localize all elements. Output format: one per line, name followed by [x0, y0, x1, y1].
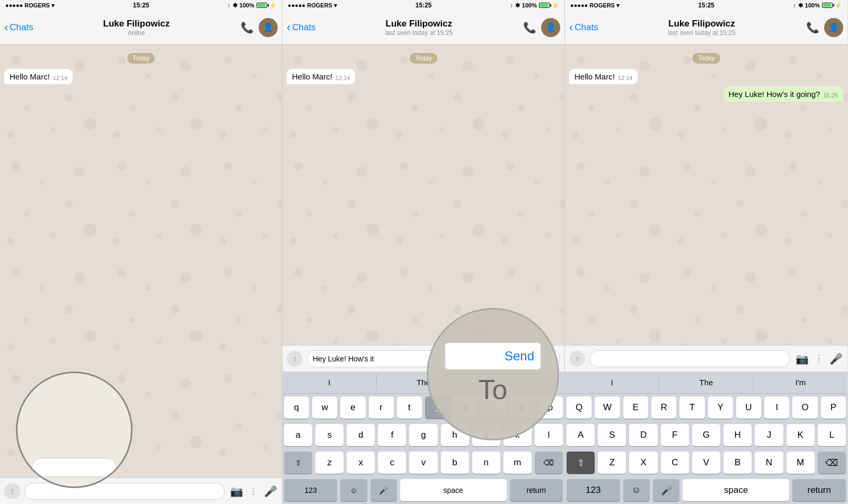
- kb-A-3[interactable]: A: [567, 424, 595, 446]
- kb-T-3[interactable]: T: [679, 396, 704, 419]
- kb-row-4-3: 123 ☺ 🎤 space return: [565, 476, 847, 504]
- kb-suggestion-I-2[interactable]: I: [282, 374, 377, 391]
- inner-input-circle[interactable]: [32, 458, 117, 477]
- back-arrow-icon-3: ‹: [569, 22, 573, 33]
- input-bar-1: ↑ 📷 ⋮ 🎤: [0, 478, 282, 504]
- back-btn-1[interactable]: ‹ Chats: [4, 22, 33, 33]
- kb-r-2[interactable]: r: [369, 396, 394, 419]
- kb-shift-3[interactable]: ⇧: [567, 452, 595, 474]
- battery-1: [257, 3, 267, 8]
- kb-mic-2[interactable]: 🎤: [370, 479, 397, 501]
- kb-E-3[interactable]: E: [623, 396, 648, 419]
- kb-q-2[interactable]: q: [284, 396, 309, 419]
- kb-G-3[interactable]: G: [692, 424, 720, 446]
- status-bar-1: ●●●●● ROGERS ▾ 15:25 ↑ ✱ 100% ⚡: [0, 0, 282, 11]
- kb-C-3[interactable]: C: [661, 452, 689, 474]
- kb-b-2[interactable]: b: [441, 452, 469, 474]
- kb-J-3[interactable]: J: [755, 424, 783, 446]
- input-bar-3: ↑ 📷 ⋮ 🎤: [565, 345, 847, 372]
- kb-suggestion-Im-3[interactable]: I'm: [754, 374, 847, 391]
- kb-U-3[interactable]: U: [736, 396, 761, 419]
- kb-123-3[interactable]: 123: [567, 479, 620, 501]
- date-badge-3: Today: [569, 53, 843, 64]
- camera-icon-3[interactable]: 📷: [794, 352, 809, 365]
- bubble-text-1: Hello Marc!: [10, 72, 50, 81]
- send-label-2[interactable]: Send: [505, 349, 534, 364]
- kb-suggestion-I-3[interactable]: I: [565, 374, 659, 391]
- kb-Q-3[interactable]: Q: [567, 396, 591, 419]
- message-input-3[interactable]: [589, 350, 790, 367]
- kb-d-2[interactable]: d: [347, 424, 375, 446]
- back-btn-3[interactable]: ‹ Chats: [569, 22, 598, 33]
- kb-m-2[interactable]: m: [504, 452, 532, 474]
- kb-W-3[interactable]: W: [595, 396, 620, 419]
- kb-M-3[interactable]: M: [787, 452, 815, 474]
- kb-shift-2[interactable]: ⇧: [284, 452, 312, 474]
- camera-icon-1[interactable]: 📷: [229, 485, 244, 498]
- avatar-1[interactable]: 👤: [259, 18, 278, 37]
- back-btn-2[interactable]: ‹ Chats: [287, 22, 316, 33]
- contact-name-2: Luke Filipowicz: [386, 19, 453, 29]
- avatar-3[interactable]: 👤: [824, 18, 843, 37]
- kb-R-3[interactable]: R: [651, 396, 676, 419]
- kb-O-3[interactable]: O: [792, 396, 817, 419]
- kb-z-2[interactable]: z: [315, 452, 343, 474]
- kb-mic-3[interactable]: 🎤: [653, 479, 679, 501]
- kb-123-2[interactable]: 123: [284, 479, 337, 501]
- chat-header-1: ‹ Chats Luke Filipowicz online 📞 👤: [0, 11, 282, 45]
- dots-btn-1[interactable]: ⋮: [248, 486, 259, 496]
- send-area-2: Send: [445, 343, 541, 369]
- phone-icon-3[interactable]: 📞: [805, 20, 820, 35]
- kb-space-2[interactable]: space: [400, 479, 507, 501]
- kb-return-2[interactable]: return: [510, 479, 563, 501]
- kb-P-3[interactable]: P: [821, 396, 846, 419]
- kb-n-2[interactable]: n: [472, 452, 500, 474]
- kb-N-3[interactable]: N: [755, 452, 783, 474]
- kb-suggestion-The-3[interactable]: The: [659, 374, 754, 391]
- kb-emoji-3[interactable]: ☺: [623, 479, 650, 501]
- kb-del-2[interactable]: ⌫: [535, 452, 563, 474]
- kb-row-2-3: A S D F G H J K L: [565, 421, 847, 449]
- avatar-2[interactable]: 👤: [541, 18, 560, 37]
- kb-Y-3[interactable]: Y: [708, 396, 733, 419]
- message-input-1[interactable]: [24, 483, 225, 500]
- kb-return-3[interactable]: return: [792, 479, 846, 501]
- kb-s-2[interactable]: s: [315, 424, 343, 446]
- kb-D-3[interactable]: D: [629, 424, 657, 446]
- kb-c-2[interactable]: c: [378, 452, 406, 474]
- kb-l-2[interactable]: l: [535, 424, 563, 446]
- nav-icon-1: ↑: [227, 2, 231, 8]
- date-badge-2: Today: [287, 53, 560, 64]
- kb-t-2[interactable]: t: [397, 396, 422, 419]
- phone-icon-1[interactable]: 📞: [240, 20, 254, 35]
- kb-x-2[interactable]: x: [347, 452, 375, 474]
- kb-w-2[interactable]: w: [312, 396, 337, 419]
- kb-K-3[interactable]: K: [787, 424, 815, 446]
- mic-btn-3[interactable]: 🎤: [828, 352, 843, 365]
- voice-btn-1[interactable]: ↑: [4, 483, 20, 499]
- voice-btn-2[interactable]: ↑: [287, 351, 303, 367]
- kb-B-3[interactable]: B: [723, 452, 752, 474]
- kb-I-3[interactable]: I: [764, 396, 789, 419]
- kb-g-2[interactable]: g: [409, 424, 437, 446]
- kb-emoji-2[interactable]: ☺: [340, 479, 367, 501]
- kb-S-3[interactable]: S: [598, 424, 626, 446]
- kb-F-3[interactable]: F: [661, 424, 689, 446]
- kb-Z-3[interactable]: Z: [598, 452, 626, 474]
- phone-icon-2[interactable]: 📞: [522, 20, 537, 35]
- kb-H-3[interactable]: H: [723, 424, 752, 446]
- kb-v-2[interactable]: v: [409, 452, 437, 474]
- kb-V-3[interactable]: V: [692, 452, 720, 474]
- voice-btn-3[interactable]: ↑: [569, 351, 585, 367]
- kb-X-3[interactable]: X: [629, 452, 657, 474]
- kb-f-2[interactable]: f: [378, 424, 406, 446]
- header-center-2: Luke Filipowicz last seen today at 15:25: [318, 19, 520, 37]
- mic-btn-1[interactable]: 🎤: [263, 485, 278, 498]
- kb-L-3[interactable]: L: [818, 424, 846, 446]
- bubble-text-3b: Hey Luke! How's it going?: [729, 90, 820, 99]
- kb-del-3[interactable]: ⌫: [818, 452, 846, 474]
- dots-btn-3[interactable]: ⋮: [814, 353, 824, 364]
- kb-e-2[interactable]: e: [340, 396, 365, 419]
- kb-a-2[interactable]: a: [284, 424, 312, 446]
- kb-space-3[interactable]: space: [683, 479, 789, 501]
